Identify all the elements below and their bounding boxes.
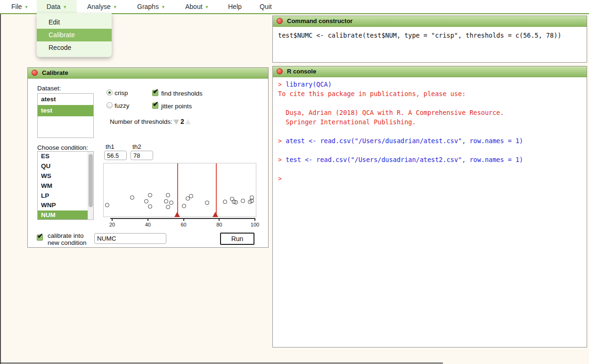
dataset-item-test[interactable]: test [38,105,93,116]
menu-data[interactable]: Data▼ [37,0,77,14]
condition-item-WM[interactable]: WM [38,181,93,191]
menu-file[interactable]: File▼ [11,0,28,13]
crisp-radio[interactable] [106,89,113,96]
menu-graphs[interactable]: Graphs▼ [137,0,165,13]
data-point [189,194,193,198]
console-line: Springer International Publishing. [278,117,581,127]
calibrate-window: Calibrate Dataset: atesttest crisp fuzzy… [27,67,269,248]
dataset-list[interactable]: atesttest [37,93,94,138]
menubar: File▼Data▼Analyse▼Graphs▼About▼HelpQuit [0,0,589,14]
menu-label: Help [228,3,242,10]
menu-help[interactable]: Help [228,0,242,13]
data-point [144,199,148,203]
fuzzy-radio[interactable] [106,102,113,108]
menu-about[interactable]: About▼ [185,0,209,13]
console-line: > library(QCA) [278,80,581,89]
window-title: Command constructor [287,16,352,26]
axis-tick [219,218,220,221]
data-menu-dropdown: EditCalibrateRecode [37,13,112,57]
data-point [169,201,173,205]
close-icon[interactable] [277,18,283,24]
data-point [223,200,227,204]
condition-item-NUM[interactable]: NUM [38,210,93,220]
console-line [278,146,581,155]
crisp-radio-label: crisp [115,89,128,97]
axis-tick [147,218,148,221]
threshold-marker-th2[interactable] [213,212,218,217]
condition-list[interactable]: ESQUWSWMLPWNPNUM [37,151,94,220]
calibrate-titlebar: Calibrate [28,68,268,79]
menu-label: Analyse [87,3,111,10]
data-point [166,193,170,197]
condition-item-WNP[interactable]: WNP [38,201,93,210]
condition-item-WS[interactable]: WS [38,171,93,181]
axis-tick-label: 20 [105,222,119,227]
data-point [234,200,238,204]
condition-item-QU[interactable]: QU [38,162,93,171]
find-thresholds-checkbox[interactable] [152,90,158,96]
console-output[interactable]: > library(QCA)To cite this package in pu… [273,77,587,186]
menu-label: Data [47,3,61,10]
axis-tick-label: 40 [141,222,155,227]
th1-label: th1 [106,143,115,150]
command-constructor-window: Command constructor test$NUMC <- calibra… [272,16,587,63]
new-condition-checkbox[interactable] [37,235,43,241]
console-line: To cite this package in publications, pl… [278,89,581,98]
axis-tick [183,218,184,221]
condition-item-LP[interactable]: LP [38,191,93,201]
console-line [278,98,581,108]
axis-tick-label: 60 [177,222,191,227]
data-menu-item-calibrate[interactable]: Calibrate [37,29,112,41]
threshold-line-th2[interactable] [216,163,217,217]
console-line: > [278,174,581,183]
data-point [250,199,254,203]
axis-tick [112,218,113,221]
jitter-points-label: jitter points [161,103,192,110]
th2-label: th2 [132,143,141,150]
jitter-points-checkbox[interactable] [152,103,158,109]
axis-tick-label: 100 [248,222,262,227]
data-point [166,205,170,209]
condition-list-scrollbar[interactable] [88,152,93,219]
threshold-line-th1[interactable] [177,163,178,217]
console-line: Dușa, Adrian (2018) QCA with R. A Compre… [278,108,581,117]
choose-condition-label: Choose condition: [37,144,88,151]
threshold-count-decrease-icon[interactable] [173,120,179,125]
dataset-item-atest[interactable]: atest [38,94,93,105]
window-title: R console [287,66,316,77]
chevron-down-icon: ▼ [63,5,67,9]
command-text: test$NUMC <- calibrate(test$NUM, type = … [273,27,587,44]
threshold-count-increase-icon[interactable] [185,119,191,124]
r-console-window: R console > library(QCA)To cite this pac… [272,66,587,348]
threshold-marker-th1[interactable] [174,212,180,217]
chevron-down-icon: ▼ [161,5,165,9]
close-icon[interactable] [277,68,283,74]
condition-item-ES[interactable]: ES [38,152,93,162]
menu-label: About [185,3,203,10]
axis-tick [254,218,255,221]
chevron-down-icon: ▼ [25,5,29,9]
new-condition-name-input[interactable] [94,233,166,244]
menu-quit[interactable]: Quit [260,0,272,13]
threshold-count-value: 2 [180,118,184,125]
th1-input[interactable] [104,151,127,160]
number-of-thresholds-label: Number of thresholds: [110,118,172,125]
window-frame-left [0,13,1,364]
qca-gui-root: File▼Data▼Analyse▼Graphs▼About▼HelpQuit … [0,0,589,364]
data-point [130,195,134,200]
chevron-down-icon: ▼ [113,5,117,9]
command-constructor-titlebar: Command constructor [273,16,587,27]
data-menu-item-recode[interactable]: Recode [37,41,112,54]
data-point [182,204,186,208]
scrollbar-thumb[interactable] [89,154,93,207]
data-menu-item-edit[interactable]: Edit [37,16,112,29]
th2-input[interactable] [131,151,153,160]
window-frame-bottom [0,363,443,364]
data-point [164,199,168,203]
close-icon[interactable] [32,70,38,76]
console-line [278,127,581,136]
run-button[interactable]: Run [220,233,254,245]
menu-label: Quit [260,3,272,10]
threshold-plot[interactable] [103,163,256,217]
menu-analyse[interactable]: Analyse▼ [87,0,117,13]
